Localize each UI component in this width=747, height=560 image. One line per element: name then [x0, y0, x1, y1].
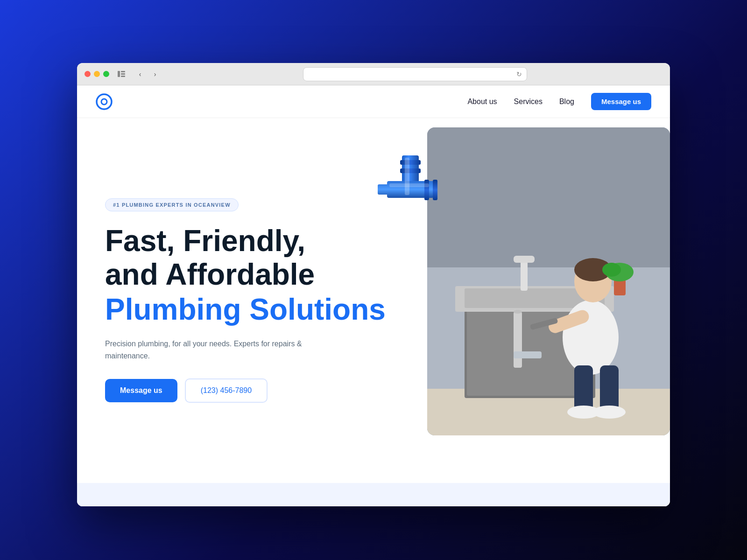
- svg-point-34: [593, 406, 626, 419]
- hero-description: Precision plumbing, for all your needs. …: [105, 338, 310, 362]
- svg-rect-2: [121, 73, 125, 75]
- svg-rect-16: [427, 127, 670, 267]
- svg-point-5: [101, 99, 107, 105]
- svg-rect-23: [514, 256, 535, 263]
- forward-button[interactable]: ›: [148, 68, 162, 81]
- nav-logo[interactable]: [96, 93, 113, 110]
- maximize-button[interactable]: [103, 71, 109, 77]
- hero-phone-button[interactable]: (123) 456-7890: [185, 378, 268, 403]
- svg-rect-9: [400, 160, 421, 165]
- svg-point-38: [602, 263, 621, 277]
- svg-rect-14: [389, 183, 429, 187]
- svg-point-4: [97, 94, 112, 109]
- sidebar-toggle[interactable]: [115, 68, 128, 81]
- svg-point-27: [563, 300, 619, 375]
- svg-rect-10: [400, 168, 421, 173]
- pipe-fitting-image: [378, 155, 443, 232]
- hero-title-line1: Fast, Friendly, and Affordable: [105, 224, 387, 291]
- hero-buttons: Message us (123) 456-7890: [105, 378, 387, 403]
- hero-cta-button[interactable]: Message us: [105, 379, 177, 402]
- nav-link-blog[interactable]: Blog: [559, 98, 574, 106]
- hero-badge: #1 PLUMBING EXPERTS IN OCEANVIEW: [105, 198, 239, 211]
- back-button[interactable]: ‹: [134, 68, 147, 81]
- nav-arrows: ‹ ›: [134, 68, 162, 81]
- svg-rect-11: [424, 180, 429, 200]
- hero-content: #1 PLUMBING EXPERTS IN OCEANVIEW Fast, F…: [105, 198, 406, 403]
- svg-rect-31: [574, 365, 593, 412]
- minimize-button[interactable]: [94, 71, 100, 77]
- svg-rect-1: [121, 71, 125, 72]
- nav-link-services[interactable]: Services: [514, 98, 543, 106]
- svg-rect-3: [121, 76, 125, 77]
- svg-rect-0: [118, 71, 120, 77]
- hero-section: #1 PLUMBING EXPERTS IN OCEANVIEW Fast, F…: [77, 118, 670, 483]
- svg-rect-22: [521, 258, 528, 291]
- svg-point-25: [514, 310, 522, 314]
- address-bar-container: ↻: [167, 67, 662, 81]
- website-nav: About us Services Blog Message us: [77, 85, 670, 118]
- title-bar: ‹ › ↻: [77, 63, 670, 85]
- svg-rect-24: [514, 312, 522, 368]
- website-content: About us Services Blog Message us #1 PLU…: [77, 85, 670, 506]
- address-bar[interactable]: ↻: [303, 67, 527, 81]
- refresh-icon[interactable]: ↻: [516, 70, 522, 78]
- hero-title-blue: Plumbing Solutions: [105, 293, 387, 327]
- nav-links: About us Services Blog Message us: [467, 93, 651, 110]
- svg-rect-13: [405, 158, 409, 195]
- svg-rect-32: [600, 365, 619, 412]
- nav-link-about[interactable]: About us: [467, 98, 497, 106]
- bottom-section: [77, 483, 670, 506]
- plumber-image: [427, 127, 670, 435]
- traffic-lights: [85, 71, 109, 77]
- hero-image-area: [406, 137, 652, 464]
- svg-rect-12: [433, 180, 437, 200]
- browser-window: ‹ › ↻ About us Services Blog Message us: [77, 63, 670, 506]
- nav-cta-button[interactable]: Message us: [591, 93, 651, 110]
- svg-rect-26: [514, 351, 542, 358]
- close-button[interactable]: [85, 71, 91, 77]
